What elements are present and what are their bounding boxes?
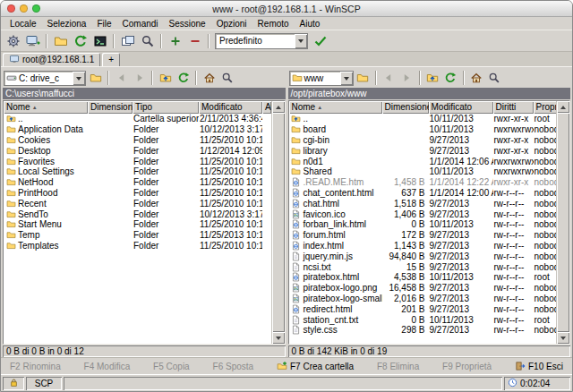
- file-row[interactable]: ncsi.txt15 B9/27/2013rw-r--r--nobody: [289, 261, 557, 272]
- refresh-icon[interactable]: [175, 70, 192, 86]
- column-header-dimensione[interactable]: Dimensione: [88, 101, 133, 114]
- menu-item-seleziona[interactable]: Seleziona: [41, 17, 91, 30]
- scroll-down-icon[interactable]: [557, 332, 569, 344]
- file-row[interactable]: board10/11/2013rwxrwxrwxnobody: [289, 124, 557, 135]
- refresh-icon[interactable]: [71, 32, 90, 50]
- menu-item-sessione[interactable]: Sessione: [164, 17, 211, 30]
- file-row[interactable]: jquery.min.js94,840 B9/27/2013rw-r--r--n…: [289, 251, 557, 261]
- file-row[interactable]: library9/27/2013rwxr-xr-xnobody: [289, 145, 557, 156]
- terminal-icon[interactable]: [90, 32, 109, 50]
- remote-scrollbar[interactable]: [556, 101, 569, 344]
- file-row[interactable]: style.css298 B9/27/2013rw-r--r--nobody: [289, 325, 557, 336]
- menu-item-comandi[interactable]: Comandi: [117, 17, 164, 30]
- scroll-thumb[interactable]: [557, 113, 569, 332]
- file-row[interactable]: redirect.html201 B9/27/2013rw-r--r--nobo…: [289, 303, 557, 314]
- file-row[interactable]: ..10/11/2013rwxr-xr-xroot: [289, 114, 557, 124]
- column-header-nome[interactable]: Nome▲: [289, 101, 382, 114]
- fwd-icon[interactable]: [131, 70, 148, 86]
- home-icon[interactable]: [201, 70, 218, 86]
- file-row[interactable]: piratebox-logo.png16,458 B9/27/2013rw-r-…: [289, 283, 557, 294]
- local-path-bar[interactable]: C:\users\maffucci: [3, 88, 286, 99]
- file-row[interactable]: forban_link.html0 B10/11/2013rw-r--r--no…: [289, 219, 557, 230]
- tabs-icon[interactable]: [118, 32, 137, 50]
- remote-dir-combo[interactable]: www: [289, 71, 354, 86]
- file-row[interactable]: RecentFolder11/25/2010 10:15:37 PM: [4, 198, 271, 209]
- remote-dir-combo-arrow-icon[interactable]: [340, 72, 353, 85]
- fkey-f5[interactable]: F5 Copia: [153, 362, 190, 371]
- new-tab-button[interactable]: +: [102, 53, 120, 66]
- refresh-icon[interactable]: [442, 70, 459, 86]
- file-row[interactable]: chat_content.html637 B1/1/2014 12:00 AMr…: [289, 188, 557, 199]
- fkey-f9[interactable]: F9 Proprietà: [442, 362, 492, 371]
- file-row[interactable]: Start MenuFolder11/25/2010 10:15:37 PM: [4, 219, 271, 230]
- fkey-f4[interactable]: F4 Modifica: [84, 362, 131, 371]
- home-icon[interactable]: [468, 70, 485, 86]
- transfer-icon[interactable]: [311, 32, 329, 50]
- file-row[interactable]: favicon.ico1,406 B9/27/2013rw-r--r--nobo…: [289, 209, 557, 219]
- remote-path-bar[interactable]: /opt/piratebox/www: [288, 88, 571, 99]
- fkey-f6[interactable]: F6 Sposta: [213, 362, 254, 371]
- back-icon[interactable]: [381, 70, 398, 86]
- file-row[interactable]: index.html1,143 B9/27/2013rw-r--r--nobod…: [289, 241, 557, 251]
- monitor-add-icon[interactable]: [23, 32, 42, 50]
- profile-combo-arrow-icon[interactable]: [295, 34, 307, 48]
- file-row[interactable]: DesktopFolder1/12/2014 12:09:36 PM: [4, 145, 271, 156]
- column-header-tipo[interactable]: Tipo: [133, 101, 199, 114]
- file-row[interactable]: Local SettingsFolder11/25/2010 10:15:37 …: [4, 166, 271, 177]
- plus-icon[interactable]: [166, 32, 184, 50]
- minus-icon[interactable]: [185, 32, 204, 50]
- session-tab[interactable]: root@192.168.1.1: [3, 53, 100, 66]
- find-icon[interactable]: [486, 70, 503, 86]
- folder-icon[interactable]: [87, 70, 104, 86]
- local-scrollbar[interactable]: [271, 101, 285, 344]
- file-row[interactable]: station_cnt.txt0 B10/11/2013rw-r--r--roo…: [289, 314, 557, 325]
- find-icon[interactable]: [138, 32, 157, 50]
- file-row[interactable]: FavoritesFolder11/25/2010 10:15:37 PM: [4, 156, 271, 166]
- file-row[interactable]: .READ.ME.htm1,458 B1/1/2014 12:22 AMrwxr…: [289, 177, 557, 188]
- file-row[interactable]: n0d11/1/2014 12:06 AMrwxrwxrwxnobody: [289, 156, 557, 166]
- close-button[interactable]: [7, 4, 15, 13]
- folder-icon[interactable]: [51, 32, 70, 50]
- file-row[interactable]: PrintHoodFolder11/25/2010 10:15:37 PM: [4, 188, 271, 199]
- fkey-f7[interactable]: F7 Crea cartella: [277, 361, 354, 371]
- back-icon[interactable]: [113, 70, 130, 86]
- menu-item-aiuto[interactable]: Aiuto: [295, 17, 326, 30]
- column-header-diritti[interactable]: Diritti: [493, 101, 534, 114]
- column-header-modificato[interactable]: Modificato: [429, 101, 493, 114]
- security-indicator[interactable]: [3, 377, 24, 390]
- menu-item-locale[interactable]: Locale: [4, 17, 41, 30]
- file-row[interactable]: NetHoodFolder11/25/2010 10:15:37 PM: [4, 177, 271, 188]
- file-row[interactable]: TemplatesFolder11/25/2010 10:15:37 PM: [4, 241, 271, 251]
- scroll-thumb[interactable]: [272, 113, 285, 332]
- file-row[interactable]: Shared10/11/2013rwxrwxrwxnobody: [289, 166, 557, 177]
- file-row[interactable]: TempFolder11/25/2013 10:15:37 PM: [4, 230, 271, 241]
- scroll-up-icon[interactable]: [272, 101, 285, 113]
- local-drive-combo[interactable]: C: drive_c: [4, 71, 86, 86]
- profile-combo[interactable]: Predefinito: [215, 33, 308, 49]
- menu-item-file[interactable]: File: [91, 17, 116, 30]
- find-icon[interactable]: [218, 70, 235, 86]
- file-row[interactable]: SendToFolder10/12/2013 3:17:13 PM: [4, 209, 271, 219]
- file-row[interactable]: cgi-bin9/27/2013rwxr-xr-xnobody: [289, 135, 557, 146]
- column-header-dimensione[interactable]: Dimensione: [382, 101, 429, 114]
- zoom-button[interactable]: [32, 4, 40, 13]
- minimize-button[interactable]: [20, 4, 28, 13]
- file-row[interactable]: piratebox.html4,538 B10/11/2013rw-r--r--…: [289, 272, 557, 283]
- column-header-proprie[interactable]: Proprie...: [534, 101, 557, 114]
- file-row[interactable]: ..Cartella superiore2/11/2013 4:36:45 PM: [4, 114, 271, 124]
- title-bar[interactable]: www - root@192.168.1.1 - WinSCP: [1, 1, 572, 17]
- column-header-nome[interactable]: Nome▲: [4, 101, 88, 114]
- file-row[interactable]: chat.html1,518 B9/27/2013rw-r--r--nobody: [289, 198, 557, 209]
- fwd-icon[interactable]: [398, 70, 415, 86]
- fkey-f2[interactable]: F2 Rinomina: [10, 362, 61, 371]
- column-header-att[interactable]: Att...: [262, 101, 271, 114]
- menu-item-remoto[interactable]: Remoto: [252, 17, 295, 30]
- local-drive-combo-arrow-icon[interactable]: [73, 72, 85, 85]
- folder-up-icon[interactable]: [157, 70, 174, 86]
- scroll-up-icon[interactable]: [557, 101, 569, 113]
- file-row[interactable]: piratebox-logo-small.png2,016 B9/27/2013…: [289, 294, 557, 304]
- folder-up-icon[interactable]: [424, 70, 441, 86]
- file-row[interactable]: CookiesFolder11/25/2010 10:15:37 PM: [4, 135, 271, 146]
- folder-icon[interactable]: [355, 70, 372, 86]
- menu-item-opzioni[interactable]: Opzioni: [211, 17, 252, 30]
